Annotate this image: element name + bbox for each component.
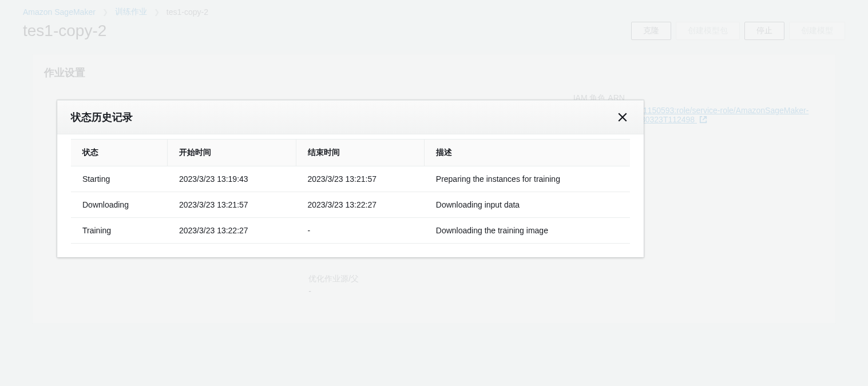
cell-desc: Downloading the training image bbox=[425, 218, 630, 244]
table-row: Downloading 2023/3/23 13:21:57 2023/3/23… bbox=[71, 192, 630, 218]
cell-start: 2023/3/23 13:22:27 bbox=[168, 218, 296, 244]
cell-start: 2023/3/23 13:19:43 bbox=[168, 166, 296, 192]
cell-status: Downloading bbox=[71, 192, 168, 218]
cell-end: - bbox=[296, 218, 424, 244]
modal-title: 状态历史记录 bbox=[71, 110, 615, 124]
panel-title: 作业设置 bbox=[44, 66, 824, 79]
breadcrumb-training-jobs[interactable]: 训练作业 bbox=[115, 7, 147, 17]
tuning-parent-label: 优化作业源/父 bbox=[308, 274, 559, 284]
tuning-parent-value: - bbox=[308, 286, 559, 296]
chevron-right-icon: ❯ bbox=[154, 8, 160, 16]
table-row: Starting 2023/3/23 13:19:43 2023/3/23 13… bbox=[71, 166, 630, 192]
table-header-row: 状态 开始时间 结束时间 描述 bbox=[71, 140, 630, 166]
breadcrumb-current: tes1-copy-2 bbox=[167, 7, 208, 17]
clone-button[interactable]: 克隆 bbox=[631, 22, 671, 40]
table-row: Training 2023/3/23 13:22:27 - Downloadin… bbox=[71, 218, 630, 244]
col-start-time: 开始时间 bbox=[168, 140, 296, 166]
cell-end: 2023/3/23 13:21:57 bbox=[296, 166, 424, 192]
col-description: 描述 bbox=[425, 140, 630, 166]
cell-desc: Downloading input data bbox=[425, 192, 630, 218]
create-model-package-button[interactable]: 创建模型包 bbox=[676, 22, 740, 40]
col-status: 状态 bbox=[71, 140, 168, 166]
cell-status: Training bbox=[71, 218, 168, 244]
breadcrumb: Amazon SageMaker ❯ 训练作业 ❯ tes1-copy-2 bbox=[23, 7, 845, 17]
close-icon bbox=[617, 116, 628, 124]
status-history-modal: 状态历史记录 状态 开始时间 结束时间 描述 Starting 2023/3/2… bbox=[57, 100, 644, 257]
page-title: tes1-copy-2 bbox=[23, 22, 627, 40]
stop-button[interactable]: 停止 bbox=[744, 22, 784, 40]
chevron-right-icon: ❯ bbox=[102, 8, 108, 16]
cell-desc: Preparing the instances for training bbox=[425, 166, 630, 192]
external-link-icon bbox=[699, 116, 707, 125]
cell-end: 2023/3/23 13:22:27 bbox=[296, 192, 424, 218]
cell-status: Starting bbox=[71, 166, 168, 192]
close-button[interactable] bbox=[615, 110, 630, 125]
cell-start: 2023/3/23 13:21:57 bbox=[168, 192, 296, 218]
create-model-button[interactable]: 创建模型 bbox=[789, 22, 845, 40]
col-end-time: 结束时间 bbox=[296, 140, 424, 166]
breadcrumb-root[interactable]: Amazon SageMaker bbox=[23, 7, 96, 17]
status-history-table: 状态 开始时间 结束时间 描述 Starting 2023/3/23 13:19… bbox=[71, 139, 630, 244]
